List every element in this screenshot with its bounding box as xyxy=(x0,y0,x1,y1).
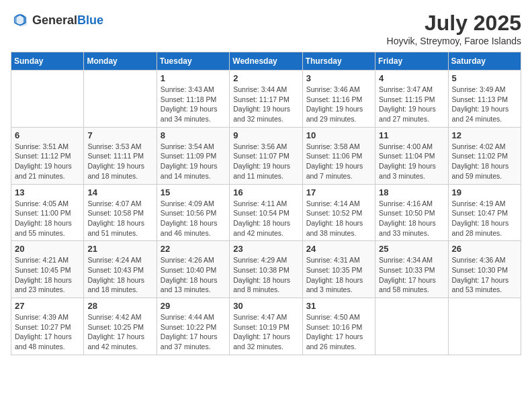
calendar-header-row: SundayMondayTuesdayWednesdayThursdayFrid… xyxy=(11,52,521,71)
day-number: 29 xyxy=(161,301,226,311)
day-info: Sunrise: 4:36 AM Sunset: 10:30 PM Daylig… xyxy=(452,255,517,295)
day-cell: 31Sunrise: 4:50 AM Sunset: 10:16 PM Dayl… xyxy=(302,298,375,355)
logo: GeneralBlue xyxy=(11,11,103,30)
day-number: 12 xyxy=(452,130,517,140)
day-info: Sunrise: 3:46 AM Sunset: 11:16 PM Daylig… xyxy=(306,85,371,124)
day-info: Sunrise: 4:02 AM Sunset: 11:02 PM Daylig… xyxy=(452,142,517,181)
header-tuesday: Tuesday xyxy=(157,52,229,71)
header-wednesday: Wednesday xyxy=(230,52,302,71)
day-info: Sunrise: 4:39 AM Sunset: 10:27 PM Daylig… xyxy=(15,312,80,352)
day-number: 2 xyxy=(233,73,298,83)
day-cell xyxy=(11,71,84,128)
day-info: Sunrise: 3:43 AM Sunset: 11:18 PM Daylig… xyxy=(161,85,226,124)
day-cell: 6Sunrise: 3:51 AM Sunset: 11:12 PM Dayli… xyxy=(11,127,84,184)
day-cell: 17Sunrise: 4:14 AM Sunset: 10:52 PM Dayl… xyxy=(302,184,375,241)
day-number: 19 xyxy=(452,187,517,197)
week-row-1: 1Sunrise: 3:43 AM Sunset: 11:18 PM Dayli… xyxy=(11,71,521,128)
day-info: Sunrise: 4:14 AM Sunset: 10:52 PM Daylig… xyxy=(306,199,371,238)
title-block: July 2025 Hoyvik, Streymoy, Faroe Island… xyxy=(387,11,521,46)
day-info: Sunrise: 3:58 AM Sunset: 11:06 PM Daylig… xyxy=(306,142,371,181)
day-number: 18 xyxy=(379,187,444,197)
day-cell: 7Sunrise: 3:53 AM Sunset: 11:11 PM Dayli… xyxy=(84,127,157,184)
day-number: 26 xyxy=(452,244,517,254)
header-saturday: Saturday xyxy=(448,52,521,71)
day-number: 14 xyxy=(87,187,152,197)
week-row-3: 13Sunrise: 4:05 AM Sunset: 11:00 PM Dayl… xyxy=(11,184,521,241)
day-info: Sunrise: 4:05 AM Sunset: 11:00 PM Daylig… xyxy=(15,199,80,238)
day-cell: 11Sunrise: 4:00 AM Sunset: 11:04 PM Dayl… xyxy=(375,127,448,184)
day-info: Sunrise: 3:51 AM Sunset: 11:12 PM Daylig… xyxy=(15,142,80,181)
day-number: 20 xyxy=(15,244,80,254)
day-number: 30 xyxy=(233,301,298,311)
day-cell: 28Sunrise: 4:42 AM Sunset: 10:25 PM Dayl… xyxy=(84,298,157,355)
day-info: Sunrise: 4:34 AM Sunset: 10:33 PM Daylig… xyxy=(379,255,444,295)
day-cell: 25Sunrise: 4:34 AM Sunset: 10:33 PM Dayl… xyxy=(375,241,448,298)
day-cell: 9Sunrise: 3:56 AM Sunset: 11:07 PM Dayli… xyxy=(230,127,302,184)
day-info: Sunrise: 4:19 AM Sunset: 10:47 PM Daylig… xyxy=(452,199,517,238)
location: Hoyvik, Streymoy, Faroe Islands xyxy=(387,36,521,46)
day-cell: 1Sunrise: 3:43 AM Sunset: 11:18 PM Dayli… xyxy=(157,71,229,128)
logo-blue: Blue xyxy=(77,13,103,27)
day-number: 4 xyxy=(379,73,444,83)
day-cell: 4Sunrise: 3:47 AM Sunset: 11:15 PM Dayli… xyxy=(375,71,448,128)
day-number: 8 xyxy=(161,130,226,140)
day-number: 1 xyxy=(161,73,226,83)
day-info: Sunrise: 4:00 AM Sunset: 11:04 PM Daylig… xyxy=(379,142,444,181)
day-cell: 30Sunrise: 4:47 AM Sunset: 10:19 PM Dayl… xyxy=(230,298,302,355)
day-number: 22 xyxy=(161,244,226,254)
day-cell: 14Sunrise: 4:07 AM Sunset: 10:58 PM Dayl… xyxy=(84,184,157,241)
day-info: Sunrise: 4:50 AM Sunset: 10:16 PM Daylig… xyxy=(306,312,371,352)
day-number: 10 xyxy=(306,130,371,140)
day-info: Sunrise: 4:09 AM Sunset: 10:56 PM Daylig… xyxy=(161,199,226,238)
month-title: July 2025 xyxy=(387,11,521,36)
header-thursday: Thursday xyxy=(302,52,375,71)
week-row-5: 27Sunrise: 4:39 AM Sunset: 10:27 PM Dayl… xyxy=(11,298,521,355)
day-number: 16 xyxy=(233,187,298,197)
day-number: 23 xyxy=(233,244,298,254)
day-number: 7 xyxy=(87,130,152,140)
day-cell: 5Sunrise: 3:49 AM Sunset: 11:13 PM Dayli… xyxy=(448,71,521,128)
day-number: 11 xyxy=(379,130,444,140)
day-number: 15 xyxy=(161,187,226,197)
day-info: Sunrise: 4:44 AM Sunset: 10:22 PM Daylig… xyxy=(161,312,226,352)
day-number: 9 xyxy=(233,130,298,140)
day-cell: 16Sunrise: 4:11 AM Sunset: 10:54 PM Dayl… xyxy=(230,184,302,241)
day-info: Sunrise: 4:26 AM Sunset: 10:40 PM Daylig… xyxy=(161,255,226,295)
day-info: Sunrise: 4:11 AM Sunset: 10:54 PM Daylig… xyxy=(233,199,298,238)
day-cell: 10Sunrise: 3:58 AM Sunset: 11:06 PM Dayl… xyxy=(302,127,375,184)
header-friday: Friday xyxy=(375,52,448,71)
header-sunday: Sunday xyxy=(11,52,84,71)
logo-general: General xyxy=(32,13,77,27)
day-cell: 24Sunrise: 4:31 AM Sunset: 10:35 PM Dayl… xyxy=(302,241,375,298)
day-cell: 8Sunrise: 3:54 AM Sunset: 11:09 PM Dayli… xyxy=(157,127,229,184)
day-cell: 23Sunrise: 4:29 AM Sunset: 10:38 PM Dayl… xyxy=(230,241,302,298)
day-cell: 13Sunrise: 4:05 AM Sunset: 11:00 PM Dayl… xyxy=(11,184,84,241)
day-cell: 21Sunrise: 4:24 AM Sunset: 10:43 PM Dayl… xyxy=(84,241,157,298)
day-number: 21 xyxy=(87,244,152,254)
day-info: Sunrise: 4:29 AM Sunset: 10:38 PM Daylig… xyxy=(233,255,298,295)
logo-icon xyxy=(11,11,30,30)
day-number: 25 xyxy=(379,244,444,254)
week-row-2: 6Sunrise: 3:51 AM Sunset: 11:12 PM Dayli… xyxy=(11,127,521,184)
day-cell: 19Sunrise: 4:19 AM Sunset: 10:47 PM Dayl… xyxy=(448,184,521,241)
day-info: Sunrise: 3:44 AM Sunset: 11:17 PM Daylig… xyxy=(233,85,298,124)
day-number: 6 xyxy=(15,130,80,140)
day-info: Sunrise: 4:47 AM Sunset: 10:19 PM Daylig… xyxy=(233,312,298,352)
day-number: 28 xyxy=(87,301,152,311)
page-header: GeneralBlue July 2025 Hoyvik, Streymoy, … xyxy=(11,11,521,46)
day-info: Sunrise: 3:56 AM Sunset: 11:07 PM Daylig… xyxy=(233,142,298,181)
day-cell: 18Sunrise: 4:16 AM Sunset: 10:50 PM Dayl… xyxy=(375,184,448,241)
day-info: Sunrise: 4:24 AM Sunset: 10:43 PM Daylig… xyxy=(87,255,152,295)
week-row-4: 20Sunrise: 4:21 AM Sunset: 10:45 PM Dayl… xyxy=(11,241,521,298)
day-number: 27 xyxy=(15,301,80,311)
day-number: 24 xyxy=(306,244,371,254)
day-cell: 27Sunrise: 4:39 AM Sunset: 10:27 PM Dayl… xyxy=(11,298,84,355)
day-number: 13 xyxy=(15,187,80,197)
day-cell: 22Sunrise: 4:26 AM Sunset: 10:40 PM Dayl… xyxy=(157,241,229,298)
day-cell: 29Sunrise: 4:44 AM Sunset: 10:22 PM Dayl… xyxy=(157,298,229,355)
logo-text: GeneralBlue xyxy=(32,13,103,28)
day-cell: 20Sunrise: 4:21 AM Sunset: 10:45 PM Dayl… xyxy=(11,241,84,298)
header-monday: Monday xyxy=(84,52,157,71)
day-info: Sunrise: 4:16 AM Sunset: 10:50 PM Daylig… xyxy=(379,199,444,238)
calendar-table: SundayMondayTuesdayWednesdayThursdayFrid… xyxy=(11,52,521,355)
